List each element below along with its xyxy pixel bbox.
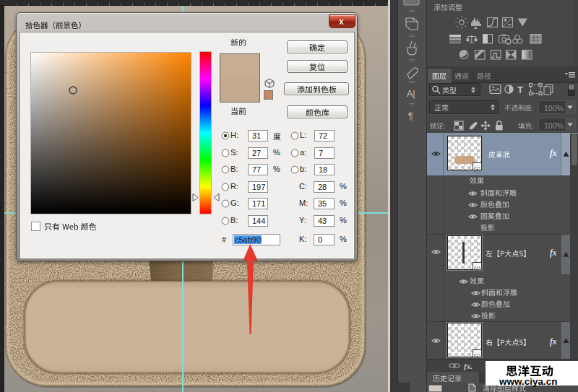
svg-text:¶: ¶ <box>408 111 413 121</box>
svg-text:A|: A| <box>407 89 415 99</box>
svg-text:fx.: fx. <box>464 362 473 370</box>
svg-text:T: T <box>517 84 523 95</box>
